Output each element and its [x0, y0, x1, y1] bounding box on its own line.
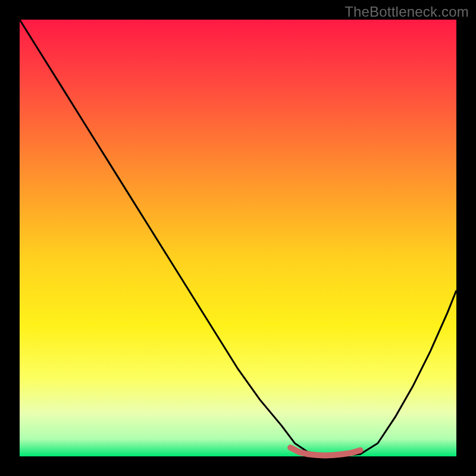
watermark-label: TheBottleneck.com — [345, 4, 469, 20]
chart-background-gradient — [20, 20, 456, 456]
bottleneck-chart — [0, 0, 476, 476]
chart-container: TheBottleneck.com — [0, 0, 476, 476]
